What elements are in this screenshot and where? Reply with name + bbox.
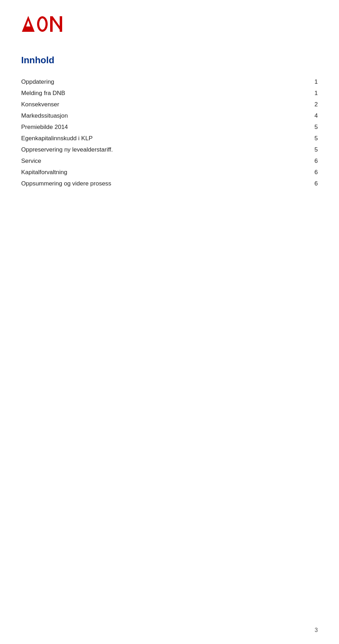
- toc-row: Konsekvenser 2: [21, 99, 318, 110]
- page-number: 3: [315, 627, 318, 633]
- toc-page-konsekvenser: 2: [311, 101, 318, 108]
- toc-label-konsekvenser: Konsekvenser: [21, 101, 59, 108]
- toc-label-oppreservering: Oppreservering ny levealderstariff.: [21, 146, 113, 153]
- toc-label-egenkapital: Egenkapitalinnskudd i KLP: [21, 135, 93, 142]
- toc-row: Markedssituasjon 4: [21, 110, 318, 122]
- toc-label-oppdatering: Oppdatering: [21, 78, 54, 85]
- page: Innhold Oppdatering 1 Melding fra DNB 1 …: [0, 0, 339, 644]
- toc-page-kapitalforvaltning: 6: [311, 169, 318, 176]
- toc-row: Kapitalforvaltning 6: [21, 167, 318, 178]
- toc-page-melding: 1: [311, 90, 318, 97]
- logo-container: [21, 14, 318, 34]
- toc-section: Innhold Oppdatering 1 Melding fra DNB 1 …: [21, 55, 318, 189]
- toc-page-egenkapital: 5: [311, 135, 318, 142]
- toc-page-oppreservering: 5: [311, 146, 318, 153]
- toc-row: Oppdatering 1: [21, 76, 318, 88]
- toc-page-service: 6: [311, 158, 318, 165]
- toc-page-oppdatering: 1: [311, 78, 318, 85]
- toc-page-premiebilde: 5: [311, 124, 318, 131]
- toc-page-oppsummering: 6: [311, 180, 318, 187]
- toc-row: Service 6: [21, 155, 318, 167]
- toc-label-kapitalforvaltning: Kapitalforvaltning: [21, 169, 67, 176]
- toc-label-markedssituasjon: Markedssituasjon: [21, 112, 68, 119]
- header: [21, 14, 318, 34]
- toc-row: Premiebilde 2014 5: [21, 122, 318, 133]
- toc-page-markedssituasjon: 4: [311, 112, 318, 119]
- aon-logo: [21, 14, 64, 34]
- toc-label-service: Service: [21, 158, 41, 165]
- toc-title: Innhold: [21, 55, 318, 66]
- toc-row: Egenkapitalinnskudd i KLP 5: [21, 133, 318, 144]
- toc-table: Oppdatering 1 Melding fra DNB 1 Konsekve…: [21, 76, 318, 189]
- toc-label-melding: Melding fra DNB: [21, 90, 65, 97]
- toc-row: Oppsummering og videre prosess 6: [21, 178, 318, 189]
- toc-label-oppsummering: Oppsummering og videre prosess: [21, 180, 111, 187]
- toc-row: Melding fra DNB 1: [21, 88, 318, 99]
- svg-point-4: [39, 18, 46, 30]
- toc-row: Oppreservering ny levealderstariff. 5: [21, 144, 318, 155]
- toc-label-premiebilde: Premiebilde 2014: [21, 124, 68, 131]
